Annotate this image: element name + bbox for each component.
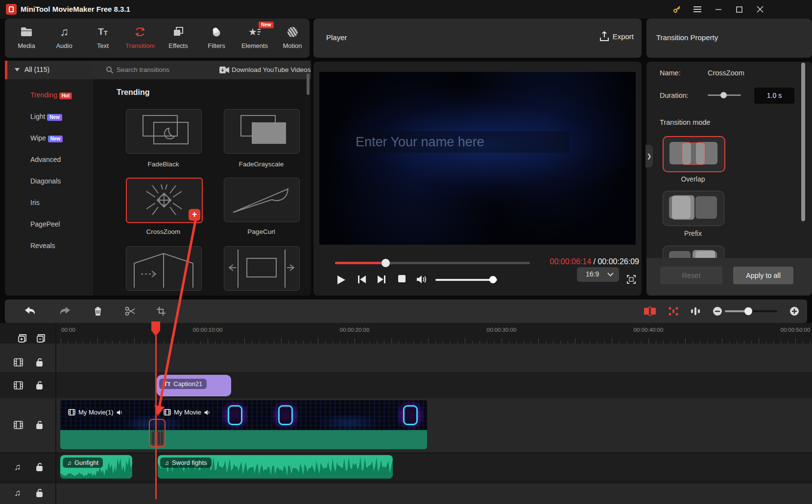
player-panel: Enter Your name here 00:00:06:14 / 00:00… [313,62,642,296]
aspect-ratio-dropdown[interactable]: 16:9 [577,267,619,282]
clip-square [695,196,717,219]
music-note-icon: ♫ [165,459,169,466]
tab-elements[interactable]: ★ Elements New [237,24,272,51]
list-scrollbar[interactable] [307,73,310,95]
timeline-ruler[interactable]: 00:00 00:00:10:00 00:00:20:00 00:00:30:0… [0,323,812,344]
duration-slider[interactable] [708,94,741,96]
unlock-icon[interactable] [35,462,44,471]
tab-audio[interactable]: ♫ Audio [47,24,82,51]
unlock-icon[interactable] [35,420,44,429]
seek-handle[interactable] [382,259,390,267]
transition-drop-slot[interactable] [149,419,166,447]
sidebar-item-iris[interactable]: Iris [30,199,92,209]
unlock-icon[interactable] [35,488,44,497]
transition-card-pagecurl[interactable] [224,178,300,222]
reset-button[interactable]: Reset [660,267,722,284]
zoom-in-icon[interactable] [788,305,800,317]
transition-label: CrossZoom [126,228,201,235]
transition-card-fadegrayscale[interactable] [224,109,300,154]
zoom-handle[interactable] [744,307,752,315]
fullscreen-icon[interactable] [627,275,636,284]
sidebar-item-all[interactable]: All (115) [5,61,93,79]
transition-card[interactable] [126,246,202,291]
collapse-panel-button[interactable]: ❯ [645,145,653,167]
crop-icon[interactable] [155,305,167,317]
timeline-zoom-slider[interactable] [725,310,777,312]
tab-filters[interactable]: Filters [199,24,234,51]
next-frame-button[interactable] [377,275,386,284]
track-height-icon[interactable] [690,305,701,317]
undo-icon[interactable] [24,305,36,317]
volume-slider[interactable] [435,279,497,281]
sidebar-item-trending[interactable]: Trending Hot [30,91,92,102]
sidebar-item-reveals[interactable]: Reveals [30,242,92,252]
tab-media[interactable]: Media [9,24,44,51]
video-clip-audio-bar[interactable] [60,430,427,449]
transition-card-fadeblack[interactable] [126,109,202,154]
sidebar-item-wipe[interactable]: Wipe New [30,134,92,145]
video-preview[interactable]: Enter Your name here [319,72,636,245]
key-icon[interactable] [672,4,682,14]
export-button[interactable]: Export [600,31,634,41]
duration-value[interactable]: 1.0 s [754,88,794,104]
add-transition-button[interactable]: + [189,209,200,221]
maximize-icon[interactable] [734,4,744,14]
duration-label: Duration: [660,92,689,99]
tab-effects[interactable]: Effects [161,24,196,51]
tab-text[interactable]: TT Text [85,24,120,51]
transitions-sidebar: All (115) Trending Hot Light New Wipe Ne… [5,61,93,296]
sidebar-item-advanced[interactable]: Advanced [30,156,92,166]
menu-icon[interactable] [693,4,702,14]
add-track-icon[interactable] [18,333,27,343]
close-icon[interactable] [755,4,765,14]
hot-badge: Hot [59,92,72,99]
minimize-icon[interactable] [714,4,723,14]
sidebar-item-diagonals[interactable]: Diagonals [30,177,92,188]
panel-scrollbar[interactable] [801,63,805,221]
sidebar-item-light[interactable]: Light New [30,113,92,123]
fadegrayscale-art-icon [224,110,299,153]
redo-icon[interactable] [59,305,71,317]
tab-label: Text [97,42,109,49]
unlock-icon[interactable] [35,381,44,389]
speaker-icon[interactable] [416,275,427,284]
unlock-icon[interactable] [35,358,44,367]
scissors-icon[interactable] [124,305,136,317]
ruler-label: 00:00 [61,327,75,333]
mode-overlap[interactable] [663,136,725,172]
video-clip-1-label[interactable]: My Movie(1) [64,407,128,417]
duration-handle[interactable] [720,92,727,98]
caption-clip[interactable]: TT Caption21 [157,375,231,396]
download-youtube-button[interactable]: Download YouTube Videos [232,66,310,73]
video-clip-2-label[interactable]: My Movie [159,407,215,417]
fadeblack-art-icon [126,110,201,153]
gamepad-thumbnail [273,401,298,430]
video-track-2[interactable] [0,344,812,372]
tab-motion[interactable]: Motion [275,24,310,51]
app-title: MiniTool MovieMaker Free 8.3.1 [21,5,130,13]
transition-card[interactable] [224,246,300,291]
audio-clip-gunfight[interactable]: ♫Gunfight [60,455,132,479]
seek-bar[interactable] [335,262,530,264]
media-icon [9,24,44,39]
tab-transitions[interactable]: Transitions [122,24,158,51]
audio-track-2[interactable] [0,483,812,504]
mode-prefix[interactable] [663,191,724,226]
trash-icon[interactable] [92,305,104,317]
name-label: Name: [660,69,681,77]
apply-transition-icon[interactable] [644,305,656,317]
volume-handle[interactable] [489,276,497,283]
stop-button[interactable] [398,275,406,282]
transition-card-crosszoom[interactable]: + [126,178,203,223]
search-input[interactable]: Search transitions [117,66,169,73]
sidebar-item-pagepeel[interactable]: PagePeel [30,220,92,231]
zoom-out-icon[interactable] [712,305,723,317]
auto-transition-icon[interactable] [668,305,679,317]
play-button[interactable] [337,275,346,285]
previous-frame-button[interactable] [358,275,366,284]
audio-clip-swordfights[interactable]: ♫Sword fights [158,455,393,479]
caption-track[interactable] [0,372,812,398]
motion-icon [275,24,310,39]
remove-track-icon[interactable] [36,333,46,343]
apply-to-all-button[interactable]: Apply to all [733,267,793,284]
